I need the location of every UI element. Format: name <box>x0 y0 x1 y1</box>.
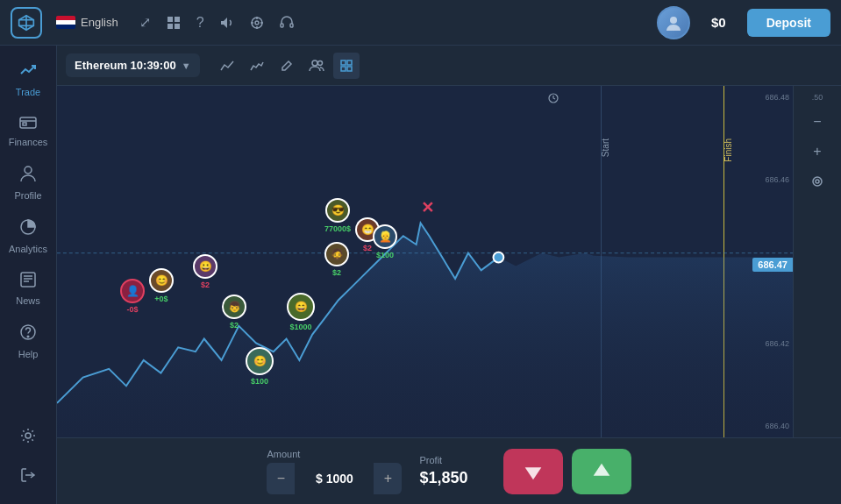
svg-point-40 <box>813 177 822 186</box>
main-area: Trade Finances Profile <box>0 46 841 504</box>
sidebar-item-logout[interactable] <box>19 458 37 497</box>
avatar[interactable] <box>657 6 690 39</box>
chart-toolbar: Ethereum 10:39:00 ▼ <box>57 46 841 86</box>
sidebar-bottom <box>19 418 37 497</box>
line-chart-tool[interactable] <box>214 53 240 79</box>
sidebar-item-trade[interactable]: Trade <box>0 53 56 106</box>
analytics-icon <box>19 218 37 240</box>
broken-line-tool[interactable] <box>244 53 270 79</box>
fullscreen-icon[interactable]: ⤢ <box>139 14 151 31</box>
trade-up-button[interactable] <box>572 449 631 494</box>
sidebar-item-finances[interactable]: Finances <box>0 106 56 156</box>
sidebar-item-news[interactable]: News <box>0 263 56 315</box>
svg-marker-42 <box>524 467 541 479</box>
language-label: English <box>81 16 118 29</box>
grid-icon[interactable] <box>167 16 181 30</box>
svg-rect-4 <box>167 17 173 22</box>
finances-icon <box>19 115 37 133</box>
svg-rect-14 <box>281 24 283 27</box>
grid-view-tool[interactable] <box>333 53 360 79</box>
trade-icon <box>19 61 37 83</box>
sidebar-news-label: News <box>16 295 40 306</box>
balance-display: $0 <box>711 15 726 30</box>
zoom-in-button[interactable]: + <box>804 138 830 165</box>
svg-rect-15 <box>290 24 293 27</box>
sidebar-finances-label: Finances <box>9 137 48 147</box>
logout-icon <box>19 466 37 488</box>
amount-decrease-button[interactable]: − <box>267 463 295 494</box>
amount-control: − + <box>267 463 402 494</box>
svg-point-28 <box>25 433 31 438</box>
asset-name: Ethereum 10:39:00 <box>75 59 176 72</box>
svg-rect-32 <box>341 60 346 65</box>
svg-point-16 <box>670 17 677 24</box>
dropdown-arrow-icon: ▼ <box>182 60 191 71</box>
sidebar-trade-label: Trade <box>16 87 40 97</box>
news-icon <box>20 272 36 292</box>
profit-value: $1,850 <box>419 469 467 487</box>
logo[interactable] <box>11 7 42 39</box>
profit-section: Profit $1,850 <box>419 455 467 487</box>
sidebar-item-profile[interactable]: Profile <box>0 156 56 209</box>
sidebar: Trade Finances Profile <box>0 46 57 504</box>
svg-text:✕: ✕ <box>421 199 434 217</box>
svg-point-9 <box>255 21 259 25</box>
target-icon[interactable] <box>250 16 264 30</box>
svg-rect-5 <box>175 17 180 22</box>
sidebar-item-settings[interactable] <box>19 418 37 458</box>
svg-rect-33 <box>347 60 352 65</box>
zoom-out-button[interactable]: − <box>804 109 830 135</box>
current-price-indicator: 686.47 <box>752 258 793 272</box>
trade-down-button[interactable] <box>503 449 563 494</box>
svg-point-20 <box>25 167 32 174</box>
svg-rect-22 <box>21 273 35 287</box>
svg-point-38 <box>493 252 503 263</box>
svg-point-27 <box>27 336 29 337</box>
profile-icon <box>20 165 36 187</box>
sidebar-profile-label: Profile <box>14 190 41 201</box>
chart-svg: ✕ <box>57 86 793 437</box>
trade-bar: Amount − + Profit $1,850 <box>57 437 841 504</box>
price-top-label: .50 <box>812 93 823 102</box>
profit-label: Profit <box>419 455 467 465</box>
top-navigation: English ⤢ ? <box>0 0 841 46</box>
pencil-tool[interactable] <box>274 53 300 79</box>
amount-section: Amount − + <box>267 449 402 494</box>
amount-label: Amount <box>267 449 402 459</box>
svg-point-30 <box>312 60 317 66</box>
amount-increase-button[interactable]: + <box>374 463 402 494</box>
svg-marker-43 <box>593 463 609 475</box>
headset-icon[interactable] <box>280 16 294 30</box>
sound-icon[interactable] <box>220 16 234 30</box>
help-circle-icon <box>19 323 37 345</box>
trading-area: Ethereum 10:39:00 ▼ <box>57 46 841 504</box>
sidebar-analytics-label: Analytics <box>9 244 47 254</box>
help-icon[interactable]: ? <box>196 15 204 31</box>
asset-selector[interactable]: Ethereum 10:39:00 ▼ <box>66 53 200 77</box>
nav-icon-group: ⤢ ? <box>139 14 294 31</box>
language-selector[interactable]: English <box>56 16 118 29</box>
users-tool[interactable] <box>303 53 330 79</box>
flag-icon <box>56 16 75 29</box>
svg-rect-19 <box>23 123 26 125</box>
trade-buttons <box>503 449 631 494</box>
sidebar-item-help[interactable]: Help <box>0 315 56 368</box>
reset-zoom-button[interactable] <box>804 168 830 195</box>
deposit-button[interactable]: Deposit <box>747 9 830 37</box>
amount-input[interactable] <box>295 463 374 494</box>
svg-rect-6 <box>167 24 173 29</box>
svg-point-41 <box>816 180 819 183</box>
right-panel: .50 − + <box>793 86 841 437</box>
svg-point-31 <box>317 60 322 65</box>
svg-rect-34 <box>341 67 346 71</box>
sidebar-item-analytics[interactable]: Analytics <box>0 209 56 263</box>
svg-rect-7 <box>175 24 180 29</box>
chart-area: Start Finish <box>57 86 793 437</box>
chart-and-right: Start Finish <box>57 86 841 437</box>
svg-rect-35 <box>347 67 352 71</box>
sidebar-help-label: Help <box>18 349 39 359</box>
chart-tools <box>214 53 360 79</box>
settings-icon <box>19 427 37 449</box>
